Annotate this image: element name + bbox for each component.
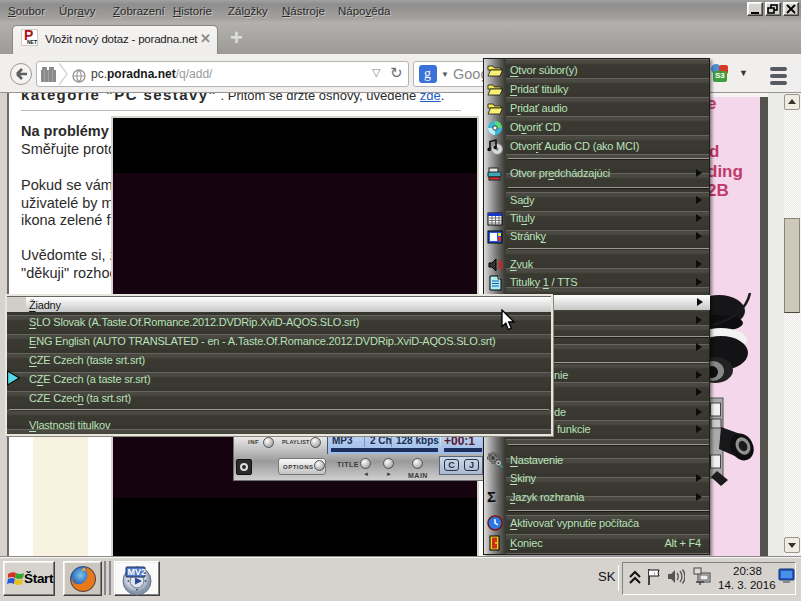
svg-text:MV2: MV2 bbox=[128, 567, 147, 577]
